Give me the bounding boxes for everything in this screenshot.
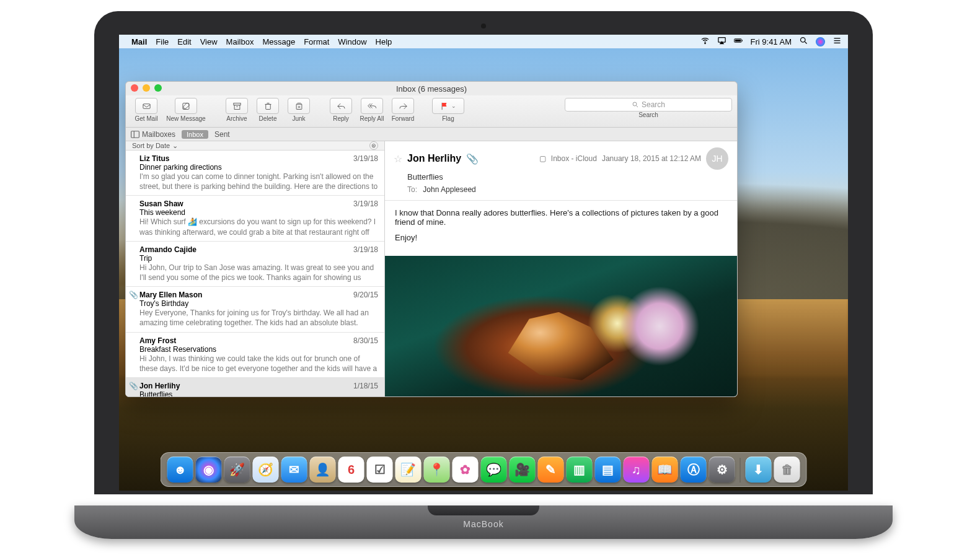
dock-launchpad[interactable]: 🚀 bbox=[224, 457, 250, 483]
attachment-icon: 📎 bbox=[129, 382, 138, 390]
get-mail-label: Get Mail bbox=[135, 115, 157, 122]
dock-preferences[interactable]: ⚙ bbox=[709, 457, 735, 483]
message-subject: Troy's Birthday bbox=[139, 299, 378, 308]
menu-file[interactable]: File bbox=[156, 37, 169, 46]
dock-calendar[interactable]: 6 bbox=[338, 457, 364, 483]
dock-pages[interactable]: ✎ bbox=[538, 457, 564, 483]
tab-inbox[interactable]: Inbox bbox=[182, 130, 208, 139]
dock-itunes[interactable]: ♫ bbox=[624, 457, 650, 483]
dock-divider bbox=[740, 458, 741, 483]
new-message-button[interactable]: New Message bbox=[162, 98, 210, 122]
message-subject: Butterflies bbox=[139, 390, 378, 396]
menu-view[interactable]: View bbox=[200, 37, 218, 46]
dock-trash[interactable]: 🗑 bbox=[774, 457, 800, 483]
dock-appstore[interactable]: Ⓐ bbox=[681, 457, 707, 483]
screen-bezel: Mail FileEditViewMailboxMessageFormatWin… bbox=[94, 11, 873, 494]
star-icon[interactable]: ☆ bbox=[394, 153, 402, 165]
menu-edit[interactable]: Edit bbox=[177, 37, 191, 46]
dock-ibooks[interactable]: 📖 bbox=[652, 457, 678, 483]
to-label: To: bbox=[407, 185, 417, 194]
dock-photos[interactable]: ✿ bbox=[453, 457, 479, 483]
svg-rect-13 bbox=[131, 131, 139, 138]
message-item[interactable]: Liz Titus3/19/18Dinner parking direction… bbox=[126, 151, 384, 196]
siri-icon[interactable] bbox=[816, 37, 825, 46]
junk-label: Junk bbox=[292, 115, 305, 122]
dock-finder[interactable]: ☻ bbox=[167, 457, 193, 483]
dock-reminders[interactable]: ☑ bbox=[367, 457, 393, 483]
dock-messages[interactable]: 💬 bbox=[481, 457, 507, 483]
message-item[interactable]: Amy Frost8/30/15Breakfast ReservationsHi… bbox=[126, 333, 384, 378]
menu-app[interactable]: Mail bbox=[131, 37, 147, 46]
notification-center-icon[interactable] bbox=[832, 36, 842, 47]
filter-icon[interactable]: ⊜ bbox=[369, 141, 378, 150]
window-zoom[interactable] bbox=[154, 84, 162, 92]
toolbar-search[interactable]: Search Search bbox=[565, 98, 732, 118]
svg-rect-3 bbox=[735, 40, 740, 42]
dock-maps[interactable]: 📍 bbox=[424, 457, 450, 483]
message-item[interactable]: 📎Mary Ellen Mason9/20/15Troy's BirthdayH… bbox=[126, 287, 384, 332]
dock-facetime[interactable]: 🎥 bbox=[510, 457, 536, 483]
attachment-icon: 📎 bbox=[466, 153, 479, 165]
dock-siri[interactable]: ◉ bbox=[196, 457, 222, 483]
menu-help[interactable]: Help bbox=[376, 37, 392, 46]
wifi-icon[interactable] bbox=[700, 36, 710, 47]
menu-mailbox[interactable]: Mailbox bbox=[226, 37, 254, 46]
svg-rect-4 bbox=[741, 40, 742, 41]
window-minimize[interactable] bbox=[143, 84, 150, 92]
search-placeholder: Search bbox=[642, 100, 665, 109]
dock-contacts[interactable]: 👤 bbox=[310, 457, 336, 483]
archive-button[interactable]: Archive bbox=[221, 98, 252, 122]
dock-safari[interactable]: 🧭 bbox=[253, 457, 279, 483]
reply-all-button[interactable]: Reply All bbox=[356, 98, 387, 122]
menubar-clock[interactable]: Fri 9:41 AM bbox=[751, 37, 792, 46]
camera bbox=[481, 24, 486, 28]
window-close[interactable] bbox=[131, 84, 138, 92]
dock-downloads[interactable]: ⬇ bbox=[746, 457, 772, 483]
message-item[interactable]: Susan Shaw3/19/18This weekendHi! Which s… bbox=[126, 196, 384, 241]
tab-sent[interactable]: Sent bbox=[214, 130, 230, 139]
junk-button[interactable]: Junk bbox=[283, 98, 314, 122]
forward-button[interactable]: Forward bbox=[387, 98, 418, 122]
reader-subject: Butterflies bbox=[407, 172, 728, 182]
archive-label: Archive bbox=[226, 115, 247, 122]
message-item[interactable]: Armando Cajide3/19/18TripHi John, Our tr… bbox=[126, 242, 384, 287]
svg-rect-9 bbox=[234, 105, 240, 109]
dock-notes[interactable]: 📝 bbox=[395, 457, 422, 483]
get-mail-button[interactable]: Get Mail bbox=[131, 98, 162, 122]
message-date: 3/19/18 bbox=[353, 245, 378, 254]
message-item[interactable]: 📎Jon Herlihy1/18/15ButterfliesI know tha… bbox=[126, 378, 384, 396]
flag-button[interactable]: ⌄ Flag bbox=[430, 98, 467, 122]
message-preview: Hi John, I was thinking we could take th… bbox=[139, 354, 378, 374]
reader-mailbox: Inbox - iCloud bbox=[551, 154, 597, 163]
dock-mail[interactable]: ✉ bbox=[281, 457, 307, 483]
macbook-frame: Mail FileEditViewMailboxMessageFormatWin… bbox=[74, 0, 893, 539]
delete-button[interactable]: Delete bbox=[252, 98, 283, 122]
reply-button[interactable]: Reply bbox=[325, 98, 356, 122]
svg-rect-6 bbox=[143, 103, 149, 108]
airplay-icon[interactable] bbox=[717, 36, 726, 47]
screen: Mail FileEditViewMailboxMessageFormatWin… bbox=[119, 35, 848, 491]
message-from: Amy Frost bbox=[139, 336, 176, 345]
attachment-image[interactable] bbox=[385, 256, 737, 396]
dock-numbers[interactable]: ▥ bbox=[567, 457, 593, 483]
reader-timestamp: January 18, 2015 at 12:12 AM bbox=[602, 154, 701, 163]
message-preview: I'm so glad you can come to dinner tonig… bbox=[139, 172, 378, 191]
sort-bar[interactable]: Sort by Date ⌄ ⊜ bbox=[126, 141, 384, 151]
sender-avatar: JH bbox=[706, 147, 728, 170]
battery-icon[interactable] bbox=[734, 36, 743, 47]
menu-format[interactable]: Format bbox=[304, 37, 329, 46]
search-label: Search bbox=[638, 112, 658, 118]
menu-message[interactable]: Message bbox=[262, 37, 295, 46]
macbook-base: MacBook bbox=[74, 505, 893, 539]
message-subject: This weekend bbox=[139, 208, 378, 217]
mailboxes-toggle[interactable]: Mailboxes bbox=[131, 130, 175, 139]
forward-label: Forward bbox=[392, 115, 415, 122]
message-subject: Trip bbox=[139, 254, 378, 263]
titlebar[interactable]: Inbox (6 messages) bbox=[126, 82, 737, 95]
spotlight-icon[interactable] bbox=[799, 36, 808, 47]
dock-keynote[interactable]: ▤ bbox=[595, 457, 621, 483]
search-icon bbox=[632, 101, 639, 108]
mailboxes-label: Mailboxes bbox=[142, 130, 175, 139]
reader-sender: Jon Herlihy bbox=[407, 153, 461, 164]
menu-window[interactable]: Window bbox=[338, 37, 366, 46]
